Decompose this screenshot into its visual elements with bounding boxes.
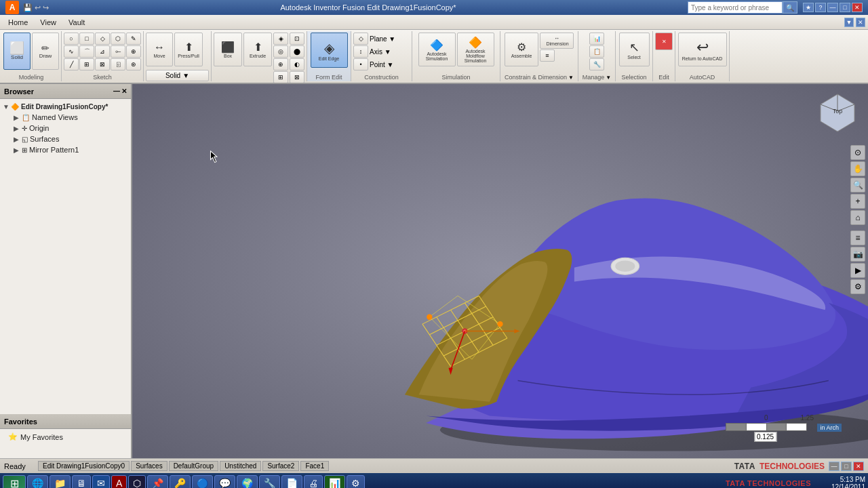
taskbar-pdf-icon[interactable]: 📄 — [281, 475, 302, 488]
sketch-btn-6[interactable]: ∿ — [64, 45, 79, 58]
taskbar-pin-icon[interactable]: 📌 — [147, 475, 168, 488]
sketch-btn-4[interactable]: ⬡ — [111, 33, 125, 45]
taskbar-explorer-icon[interactable]: 📁 — [50, 475, 71, 488]
assemble-button[interactable]: ⚙ Assemble — [505, 33, 538, 66]
dimension-button[interactable]: ↔ Dimension — [540, 33, 574, 49]
sketch-btn-5[interactable]: ✎ — [126, 33, 141, 45]
taskbar-misc-icon[interactable]: ⚙ — [347, 475, 365, 488]
box-button[interactable]: ⬛ Box — [214, 33, 242, 66]
browser-min-icon[interactable]: — — [113, 87, 120, 95]
statusbar-min-icon[interactable]: — — [829, 462, 840, 471]
taskbar-print-icon[interactable]: 🖨 — [304, 475, 323, 488]
solid-dropdown[interactable]: Solid ▼ — [146, 70, 209, 81]
draw-button[interactable]: ✏ Draw — [32, 33, 59, 70]
browser-close-icon[interactable]: ✕ — [121, 87, 127, 95]
constrain-dropdown-arrow[interactable]: ▼ — [568, 75, 574, 81]
zoom-in-button[interactable]: + — [850, 194, 865, 209]
sketch-btn-10[interactable]: ⊕ — [126, 45, 141, 58]
taskbar-globe-icon[interactable]: 🌍 — [237, 475, 258, 488]
search-button[interactable]: 🔍 — [783, 1, 797, 14]
statusbar-close-icon[interactable]: ✕ — [853, 462, 864, 471]
form-btn-6[interactable]: ⬤ — [290, 45, 304, 58]
menu-home[interactable]: Home — [3, 17, 33, 28]
viewport[interactable]: Top ⊙ ✋ 🔍 + ⌂ ≡ 📷 ▶ ⚙ 0 1.25 — [132, 84, 868, 458]
sketch-btn-9[interactable]: ⟜ — [111, 45, 125, 58]
browser-item-named-views[interactable]: ▶ 📋 Named Views — [0, 112, 131, 123]
browser-item-origin[interactable]: ▶ ✛ Origin — [0, 123, 131, 134]
manage-btn-3[interactable]: 🔧 — [589, 58, 604, 70]
manage-dropdown-arrow[interactable]: ▼ — [606, 75, 611, 81]
nav-settings-button[interactable]: ⚙ — [850, 279, 865, 294]
menu-vault[interactable]: Vault — [63, 17, 90, 28]
taskbar-excel-icon[interactable]: 📊 — [324, 475, 345, 488]
form-btn-7[interactable]: ◐ — [290, 58, 304, 70]
taskbar-chrome-icon[interactable]: 🔵 — [192, 475, 213, 488]
zoom-button[interactable]: 🔍 — [850, 178, 865, 192]
constrain-btn-1[interactable]: ≡ — [540, 49, 555, 62]
close-button[interactable]: ✕ — [852, 3, 863, 12]
taskbar-chat-icon[interactable]: 💬 — [214, 475, 235, 488]
form-btn-4[interactable]: ⊞ — [273, 71, 288, 83]
status-tab-4[interactable]: Surface2 — [262, 461, 299, 471]
press-pull-button[interactable]: ⬆ Press/Pull — [174, 33, 203, 66]
sketch-btn-7[interactable]: ⌒ — [79, 45, 94, 58]
nav-camera-button[interactable]: 📷 — [850, 247, 865, 262]
sketch-btn-12[interactable]: ⊞ — [79, 58, 94, 70]
taskbar-autocad-icon[interactable]: ⬡ — [128, 475, 146, 488]
sketch-btn-14[interactable]: ⌻ — [111, 58, 125, 70]
orbit-button[interactable]: ⊙ — [850, 145, 865, 160]
solid-button[interactable]: ⬜ Solid — [3, 33, 31, 70]
ribbon-close-icon[interactable]: ✕ — [856, 18, 865, 27]
taskbar-settings-icon[interactable]: 🔧 — [259, 475, 280, 488]
browser-item-mirror[interactable]: ▶ ⊞ Mirror Pattern1 — [0, 144, 131, 155]
form-btn-8[interactable]: ⊠ — [290, 71, 304, 83]
help-icon[interactable]: ? — [815, 3, 826, 12]
status-tab-5[interactable]: Face1 — [300, 461, 329, 471]
ribbon-minimize-icon[interactable]: ▼ — [844, 18, 854, 27]
form-btn-2[interactable]: ◎ — [273, 45, 288, 58]
autodesk-sim-button[interactable]: 🔷 Autodesk Simulation — [418, 33, 456, 66]
taskbar-desktop-icon[interactable]: 🖥 — [72, 475, 91, 488]
form-btn-5[interactable]: ⊡ — [290, 33, 304, 45]
edit-edge-button[interactable]: ◈ Edit Edge — [311, 33, 348, 68]
return-autocad-button[interactable]: ↩ Return to AutoCAD — [678, 33, 727, 66]
sketch-btn-2[interactable]: □ — [79, 33, 94, 45]
sketch-btn-15[interactable]: ⊛ — [126, 58, 141, 70]
form-btn-3[interactable]: ⊕ — [273, 58, 288, 70]
pan-button[interactable]: ✋ — [850, 161, 865, 176]
taskbar-search-icon[interactable]: 🔑 — [170, 475, 191, 488]
moldflow-button[interactable]: 🔶 Autodesk Moldflow Simulation — [457, 33, 494, 66]
nav-list-button[interactable]: ≡ — [850, 230, 865, 245]
menu-view[interactable]: View — [35, 17, 62, 28]
sketch-btn-11[interactable]: ╱ — [64, 58, 79, 70]
statusbar-max-icon[interactable]: □ — [841, 462, 852, 471]
taskbar-acrobat-icon[interactable]: A — [111, 475, 127, 488]
form-btn-1[interactable]: ◈ — [273, 33, 288, 45]
manage-btn-2[interactable]: 📋 — [589, 45, 604, 58]
sketch-btn-13[interactable]: ⊠ — [95, 58, 110, 70]
manage-btn-1[interactable]: 📊 — [589, 33, 604, 45]
extrude-button[interactable]: ⬆ Extrude — [243, 33, 272, 66]
nav-forward-button[interactable]: ▶ — [850, 263, 865, 278]
favorites-item-my[interactable]: ⭐ My Favorites — [5, 431, 125, 443]
nav-home-button[interactable]: ⌂ — [850, 210, 865, 225]
status-tab-3[interactable]: Unstitched — [220, 461, 261, 471]
status-tab-0[interactable]: Edit Drawing1FusionCopy0 — [38, 461, 130, 471]
taskbar-ie-icon[interactable]: 🌐 — [27, 475, 48, 488]
sketch-btn-3[interactable]: ◇ — [95, 33, 110, 45]
nav-cube[interactable]: Top — [814, 91, 861, 138]
select-button[interactable]: ↖ Select — [619, 33, 650, 66]
status-tab-2[interactable]: DefaultGroup — [169, 461, 218, 471]
sketch-btn-8[interactable]: ⊿ — [95, 45, 110, 58]
search-input[interactable] — [688, 1, 783, 14]
move-button[interactable]: ↔ Move — [146, 33, 173, 66]
maximize-button[interactable]: □ — [840, 3, 850, 12]
browser-item-surfaces[interactable]: ▶ ◱ Surfaces — [0, 134, 131, 144]
minimize-button[interactable]: — — [827, 3, 838, 12]
browser-item-root[interactable]: ▼ 🔶 Edit Drawing1FusionCopy* — [0, 102, 131, 112]
start-button[interactable]: ⊞ — [3, 475, 26, 488]
sketch-btn-1[interactable]: ○ — [64, 33, 79, 45]
star-icon[interactable]: ★ — [803, 3, 814, 12]
taskbar-outlook-icon[interactable]: ✉ — [92, 475, 110, 488]
edit-x-button[interactable]: ✕ — [655, 33, 673, 50]
